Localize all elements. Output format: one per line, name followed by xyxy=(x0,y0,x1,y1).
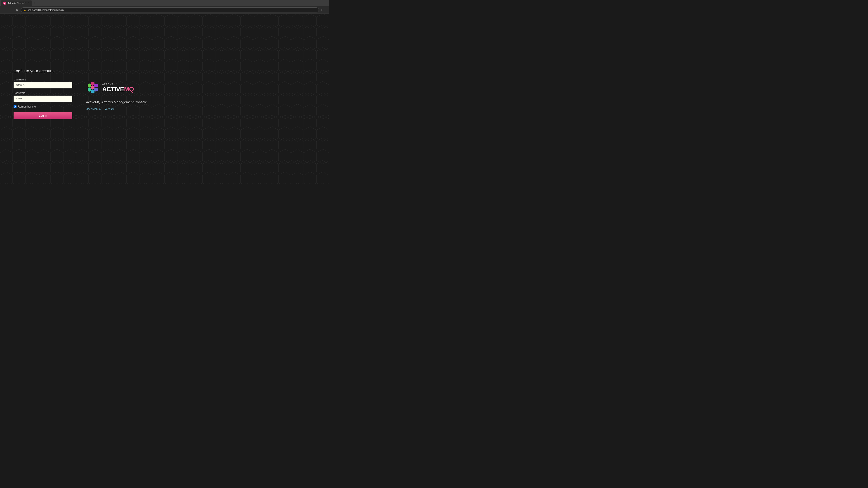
logo-container: APACHE ACTIVEMQ xyxy=(86,81,147,95)
svg-marker-6 xyxy=(88,84,91,88)
nav-bar: ← → ↻ 🔒 localhost:8161/console/auth/logi… xyxy=(0,6,329,13)
svg-marker-5 xyxy=(88,88,91,92)
tab-title: Artemis Console xyxy=(8,2,26,4)
url-text: localhost:8161/console/auth/login xyxy=(27,8,64,11)
password-label: Password xyxy=(13,92,72,95)
activemq-logo-icon xyxy=(86,81,99,95)
svg-marker-3 xyxy=(94,88,98,92)
login-button[interactable]: Log In xyxy=(13,112,72,119)
new-tab-button[interactable]: + xyxy=(32,1,37,5)
url-bar[interactable]: 🔒 localhost:8161/console/auth/login xyxy=(21,7,319,12)
username-label: Username xyxy=(13,78,72,81)
svg-marker-4 xyxy=(91,89,94,93)
activemq-brand: ACTIVEMQ xyxy=(102,86,134,93)
back-button[interactable]: ← xyxy=(2,7,7,12)
tab-favicon: A xyxy=(3,2,6,5)
remember-me-label: Remember me xyxy=(18,105,36,108)
remember-me-group: Remember me xyxy=(13,105,72,108)
password-group: Password xyxy=(13,92,72,102)
active-tab[interactable]: A Artemis Console ✕ xyxy=(1,0,32,6)
website-link[interactable]: Website xyxy=(105,107,115,111)
svg-marker-2 xyxy=(94,84,98,88)
tab-bar: A Artemis Console ✕ + xyxy=(0,0,329,6)
brand-active: ACTIVE xyxy=(102,86,124,93)
logo-panel: APACHE ACTIVEMQ ActiveMQ Artemis Managem… xyxy=(86,81,147,111)
lock-icon: 🔒 xyxy=(23,9,26,11)
more-button[interactable]: ⋯ xyxy=(324,8,327,12)
bookmark-button[interactable]: ☆ xyxy=(320,8,323,12)
login-panel: Log in to your account Username Password… xyxy=(13,69,72,119)
tab-close-button[interactable]: ✕ xyxy=(27,2,30,5)
svg-marker-1 xyxy=(91,82,94,86)
console-title: ActiveMQ Artemis Management Console xyxy=(86,100,147,104)
remember-me-checkbox[interactable] xyxy=(13,105,17,108)
password-input[interactable] xyxy=(13,96,72,102)
logo-links: User Manual Website xyxy=(86,107,147,111)
svg-marker-0 xyxy=(91,85,94,89)
apache-label: APACHE xyxy=(102,83,134,86)
main-content: Log in to your account Username Password… xyxy=(0,13,329,184)
user-manual-link[interactable]: User Manual xyxy=(86,107,101,111)
brand-mq: MQ xyxy=(124,86,134,93)
username-group: Username xyxy=(13,78,72,88)
username-input[interactable] xyxy=(13,82,72,88)
reload-button[interactable]: ↻ xyxy=(14,7,20,12)
browser-chrome: A Artemis Console ✕ + ← → ↻ 🔒 localhost:… xyxy=(0,0,329,14)
nav-right-controls: ☆ ⋯ xyxy=(320,8,327,12)
forward-button[interactable]: → xyxy=(8,7,13,12)
logo-text: APACHE ACTIVEMQ xyxy=(102,83,134,93)
login-title: Log in to your account xyxy=(13,69,72,73)
